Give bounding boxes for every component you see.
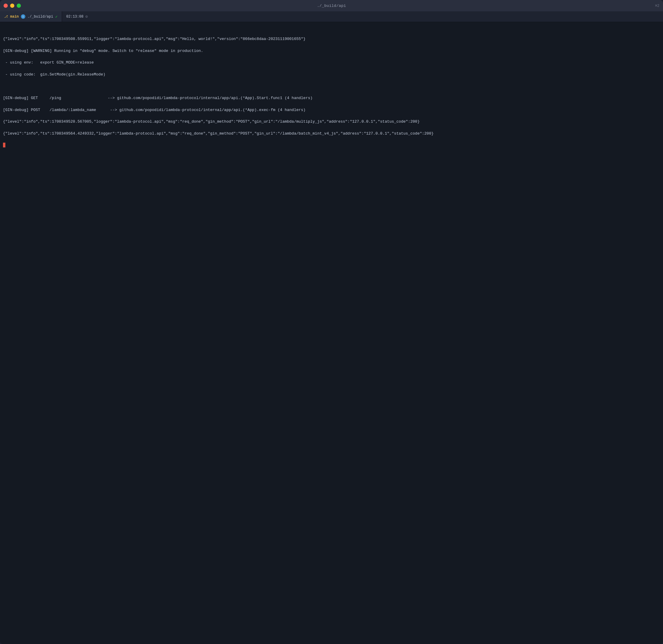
terminal-cursor-line [3, 143, 660, 147]
close-button[interactable] [4, 4, 8, 8]
terminal-line-6: [GIN-debug] POST /lambda/:lambda_name --… [3, 107, 660, 113]
branch-name: main [10, 15, 19, 19]
window-shortcut: ⌘2 [655, 4, 659, 8]
terminal-line-1: [GIN-debug] [WARNING] Running in "debug"… [3, 48, 660, 54]
terminal-line-0: {"level":"info","ts":1700349508.559911,"… [3, 36, 660, 42]
main-tab[interactable]: ⎇ main i ./_build/api ✓ [0, 12, 62, 22]
terminal-window: ./_build/api ⌘2 ⎇ main i ./_build/api ✓ … [0, 0, 663, 644]
tab-bar: ⎇ main i ./_build/api ✓ 02:13:08 ⊙ [0, 12, 663, 22]
title-bar: ./_build/api ⌘2 [0, 0, 663, 12]
timer-value: 02:13:08 [66, 15, 84, 19]
branch-icon: ⎇ [4, 15, 8, 19]
terminal-line-3: - using code: gin.SetMode(gin.ReleaseMod… [3, 72, 660, 77]
minimize-button[interactable] [10, 4, 14, 8]
maximize-button[interactable] [17, 4, 21, 8]
terminal-line-5: [GIN-debug] GET /ping --> github.com/pop… [3, 95, 660, 101]
terminal-line-4 [3, 84, 660, 90]
traffic-lights [4, 4, 21, 8]
cursor [3, 143, 5, 147]
terminal-content[interactable]: {"level":"info","ts":1700349508.559911,"… [0, 22, 663, 644]
timer-icon: ⊙ [85, 14, 88, 19]
window-title: ./_build/api [317, 4, 346, 8]
tab-path: ./_build/api [27, 15, 53, 19]
check-icon: ✓ [55, 14, 58, 19]
terminal-line-7: {"level":"info","ts":1700349520.567005,"… [3, 119, 660, 125]
timer-tab: 02:13:08 ⊙ [62, 12, 92, 22]
terminal-line-2: - using env: export GIN_MODE=release [3, 60, 660, 66]
info-badge: i [21, 14, 25, 19]
terminal-line-8: {"level":"info","ts":1700349564.4249332,… [3, 131, 660, 137]
